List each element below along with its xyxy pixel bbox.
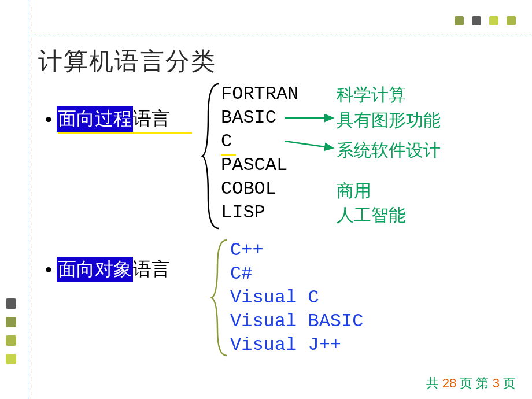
- square-icon: [6, 335, 16, 346]
- bullet-dot-icon: •: [45, 258, 52, 281]
- purpose-basic: 具有图形功能: [337, 109, 441, 132]
- brace-icon: [210, 237, 231, 359]
- list-item: C++: [230, 238, 363, 262]
- list-item: BASIC: [221, 106, 298, 130]
- square-icon: [6, 354, 16, 364]
- square-icon: [6, 298, 16, 309]
- decoration-top-right: [455, 16, 516, 25]
- bullet-dot-icon: •: [45, 108, 52, 131]
- bullet-object-tail: 语言: [133, 257, 170, 282]
- list-item: LISP: [221, 201, 298, 224]
- square-icon: [472, 16, 481, 25]
- footer-prefix: 共: [426, 376, 439, 390]
- footer-total: 28: [442, 376, 456, 390]
- list-item: C: [221, 130, 298, 153]
- decoration-left: [6, 298, 16, 364]
- purpose-c: 系统软件设计: [337, 139, 441, 162]
- object-languages: C++ C# Visual C Visual BASIC Visual J++: [230, 238, 363, 357]
- list-item: Visual J++: [230, 333, 363, 357]
- top-border: [28, 34, 532, 34]
- footer-current: 3: [493, 376, 500, 390]
- underline-icon: [221, 154, 236, 156]
- list-item: PASCAL: [221, 153, 298, 177]
- list-item: FORTRAN: [221, 82, 298, 106]
- bullet-procedural-tail: 语言: [133, 106, 170, 132]
- purpose-cobol: 商用: [337, 179, 371, 203]
- list-item: Visual BASIC: [230, 309, 363, 333]
- bullet-procedural: • 面向过程 语言: [45, 106, 170, 132]
- purpose-lisp: 人工智能: [337, 204, 406, 227]
- bullet-procedural-highlight: 面向过程: [57, 106, 133, 132]
- square-icon: [455, 16, 464, 25]
- square-icon: [489, 16, 498, 25]
- slide: 计算机语言分类 • 面向过程 语言 • 面向对象 语言 FORTRAN BASI…: [0, 0, 532, 399]
- purpose-fortran: 科学计算: [337, 83, 406, 107]
- bullet-object: • 面向对象 语言: [45, 257, 170, 282]
- page-footer: 共 28 页 第 3 页: [426, 375, 516, 392]
- underline-icon: [58, 132, 192, 134]
- square-icon: [507, 16, 516, 25]
- list-item: Visual C: [230, 286, 363, 309]
- list-item: COBOL: [221, 177, 298, 201]
- bullet-object-highlight: 面向对象: [57, 257, 133, 282]
- square-icon: [6, 317, 16, 327]
- procedural-languages: FORTRAN BASIC C PASCAL COBOL LISP: [221, 82, 298, 224]
- slide-title: 计算机语言分类: [38, 45, 216, 77]
- left-border: [28, 0, 28, 399]
- footer-suffix: 页: [503, 376, 516, 390]
- list-item: C#: [230, 262, 363, 286]
- footer-mid: 页 第: [460, 376, 489, 390]
